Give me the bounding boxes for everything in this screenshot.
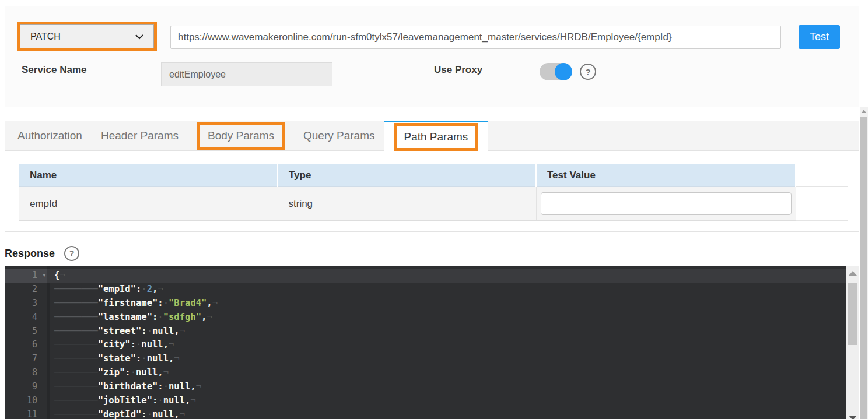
code-line-content: ────────"lastname":·"sdfgh",¬ [47,311,846,325]
test-value-input[interactable] [541,192,792,215]
gutter-line-number: 3 [5,297,47,311]
code-line-content: ────────"street":·null,¬ [47,325,846,339]
table-row: empIdstring [19,187,848,221]
code-line-content: ────────"empId":·2,¬ [47,283,846,297]
chevron-down-icon [135,31,144,42]
service-name-label: Service Name [22,64,87,76]
param-test-value-cell [536,187,796,221]
code-line-content: ────────"birthdate":·null,¬ [47,380,846,394]
page-scroll-up-icon[interactable] [862,110,866,113]
gutter-line-number: 8 [5,366,47,380]
param-type-cell: string [278,187,536,221]
editor-line: 11────────"deptId":·null,¬ [5,408,846,419]
empty-cell [796,187,848,221]
tab-header-params[interactable]: Header Params [92,121,188,150]
annotation-highlight-box: Body Params [197,122,285,150]
url-input[interactable] [170,26,781,49]
method-select[interactable]: PATCH [20,24,154,48]
method-select-value: PATCH [30,31,61,42]
service-name-input[interactable] [161,62,332,86]
gutter-line-number: 11 [5,408,47,419]
tab-label: Authorization [18,129,82,142]
code-line-content: ────────"firstname":·"Brad4",¬ [47,297,846,311]
editor-line: 3────────"firstname":·"Brad4",¬ [5,297,846,311]
gutter-line-number: 9 [5,380,47,394]
editor-line: 2────────"empId":·2,¬ [5,283,846,297]
gutter-line-number: 6 [5,338,47,352]
response-code-editor[interactable]: 1▾{¬2────────"empId":·2,¬3────────"first… [5,266,846,419]
page-scrollbar[interactable] [860,107,868,419]
gutter-line-number: 4 [5,311,47,325]
editor-line: 7────────"state":·null,¬ [5,352,846,366]
test-button[interactable]: Test [799,25,840,49]
gutter-line-number: 2 [5,283,47,297]
scroll-up-icon[interactable] [849,271,857,276]
code-line-content: ────────"state":·null,¬ [47,352,846,366]
tab-label: Query Params [303,129,374,142]
column-header-empty [796,164,848,187]
tab-body-params[interactable]: Body Params [188,121,294,150]
annotation-box-method: PATCH [17,22,157,51]
column-header-name: Name [19,164,278,187]
editor-line: 4────────"lastname":·"sdfgh",¬ [5,311,846,325]
editor-line: 6────────"city":·null,¬ [5,338,846,352]
use-proxy-help-icon[interactable]: ? [580,64,596,80]
page-scrollbar-thumb[interactable] [860,117,867,419]
response-label: Response [5,248,55,260]
editor-scrollbar[interactable] [846,266,859,419]
editor-line: 8────────"zip":·null,¬ [5,366,846,380]
code-line-content: {¬ [47,269,846,283]
tab-label: Path Params [404,131,468,143]
annotation-highlight-box: Path Params [394,123,479,151]
use-proxy-label: Use Proxy [434,64,482,76]
param-name-cell: empId [19,187,278,221]
code-line-content: ────────"jobTitle":·null,¬ [47,394,846,408]
tabs-bar: AuthorizationHeader ParamsBody ParamsQue… [5,121,859,151]
tab-path-params[interactable]: Path Params [384,121,488,151]
gutter-line-number: 1▾ [5,269,47,283]
tab-authorization[interactable]: Authorization [8,121,92,150]
editor-line: 9────────"birthdate":·null,¬ [5,380,846,394]
gutter-line-number: 10 [5,394,47,408]
use-proxy-toggle[interactable] [540,63,572,80]
request-panel: PATCH Test Service Name Use Proxy ? [5,6,859,107]
code-line-content: ────────"deptId":·null,¬ [47,408,846,419]
code-line-content: ────────"city":·null,¬ [47,338,846,352]
editor-line: 10────────"jobTitle":·null,¬ [5,394,846,408]
editor-line: 5────────"street":·null,¬ [5,325,846,339]
tab-label: Body Params [208,129,274,142]
scroll-down-icon[interactable] [849,416,857,419]
gutter-line-number: 5 [5,325,47,339]
toggle-knob [555,63,572,80]
editor-scrollbar-thumb[interactable] [848,283,858,345]
tab-query-params[interactable]: Query Params [294,121,384,150]
column-header-test-value: Test Value [536,164,796,187]
column-header-type: Type [278,164,536,187]
path-params-table: NameTypeTest Value empIdstring [19,164,848,221]
editor-line: 1▾{¬ [5,269,846,283]
tab-label: Header Params [101,129,178,142]
gutter-line-number: 7 [5,352,47,366]
params-panel: NameTypeTest Value empIdstring [5,151,859,232]
response-help-icon[interactable]: ? [64,246,79,261]
fold-arrow-icon[interactable]: ▾ [42,269,46,283]
code-line-content: ────────"zip":·null,¬ [47,366,846,380]
